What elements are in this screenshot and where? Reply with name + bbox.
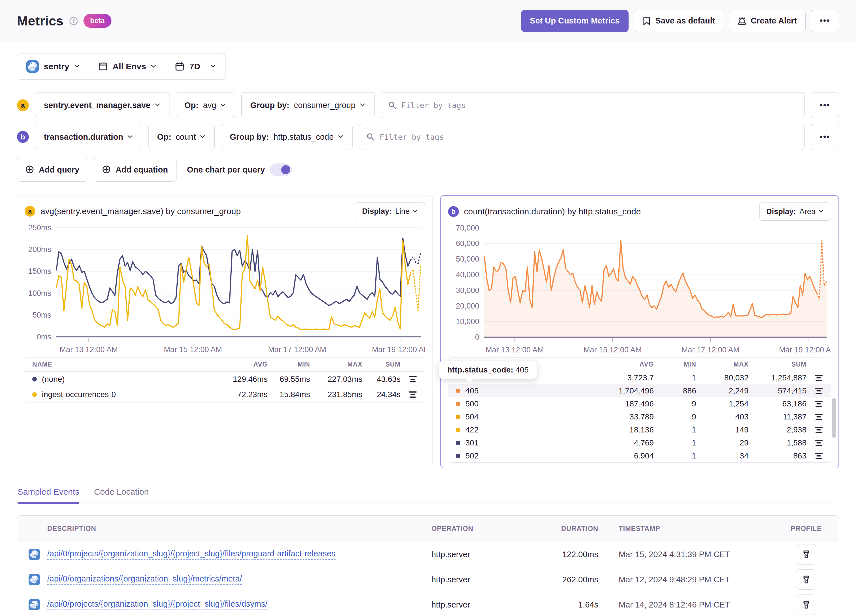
series-row[interactable]: (none) 129.46ms 69.55ms 227.03ms 43.63s: [25, 372, 425, 387]
event-row: /api/0/projects/{organization_slug}/{pro…: [17, 542, 839, 567]
col-sum: SUM: [362, 360, 400, 368]
group-by-select[interactable]: Group by: consumer_group: [241, 92, 374, 118]
svg-text:Mar 19 12:00 AM: Mar 19 12:00 AM: [372, 345, 425, 354]
save-as-default-button[interactable]: Save as default: [634, 10, 724, 32]
python-project-icon: [29, 549, 40, 560]
focus-series-icon[interactable]: [815, 401, 823, 407]
op-select[interactable]: Op: avg: [176, 92, 236, 118]
query-more-button[interactable]: •••: [811, 124, 839, 150]
add-query-button[interactable]: Add query: [17, 158, 88, 182]
col-max: MAX: [310, 360, 362, 368]
tag-filter-field: [359, 124, 805, 150]
series-sum: 574,415: [748, 387, 807, 396]
query-badge-a: a: [17, 99, 29, 111]
focus-series-icon[interactable]: [815, 453, 823, 459]
series-max: 2,249: [696, 387, 748, 396]
calendar-icon: [175, 62, 184, 71]
group-by-select[interactable]: Group by: http.status_code: [221, 124, 353, 150]
focus-series-icon[interactable]: [409, 376, 417, 382]
date-range-selector[interactable]: 7D: [166, 54, 225, 80]
display-type-select[interactable]: Display: Line: [355, 202, 425, 220]
series-row[interactable]: 500 187.496 9 1,254 63,186: [448, 397, 831, 410]
profile-button[interactable]: [796, 594, 816, 615]
focus-series-icon[interactable]: [815, 440, 823, 446]
display-type-select[interactable]: Display: Area: [759, 203, 831, 220]
create-alert-button[interactable]: Create Alert: [729, 10, 806, 32]
svg-text:20,000: 20,000: [456, 302, 479, 310]
ellipsis-icon: •••: [820, 16, 830, 25]
query-more-button[interactable]: •••: [811, 92, 839, 118]
chevron-down-icon: [151, 65, 157, 68]
event-description-link[interactable]: /api/0/organizations/{organization_slug}…: [47, 574, 242, 585]
svg-text:Mar 13 12:00 AM: Mar 13 12:00 AM: [60, 345, 118, 354]
col-profile: PROFILE: [774, 525, 839, 533]
series-row[interactable]: 301 4.769 1 29 1,588: [448, 436, 831, 450]
profile-button[interactable]: [796, 569, 816, 590]
chevron-down-icon: [819, 210, 824, 214]
svg-text:Mar 15 12:00 AM: Mar 15 12:00 AM: [164, 345, 222, 354]
setup-custom-metrics-button[interactable]: Set Up Custom Metrics: [521, 10, 628, 32]
more-options-button[interactable]: •••: [811, 10, 839, 32]
col-operation: OPERATION: [431, 525, 528, 533]
focus-series-icon[interactable]: [815, 388, 823, 394]
svg-text:250ms: 250ms: [28, 223, 51, 232]
event-duration: 262.00ms: [528, 575, 598, 584]
series-avg: 33.789: [577, 412, 654, 421]
svg-text:200ms: 200ms: [28, 245, 51, 254]
series-row[interactable]: 405 1,704.496 886 2,249 574,415: [448, 384, 831, 397]
series-max: 34: [696, 451, 748, 460]
metric-select[interactable]: sentry.event_manager.save: [35, 92, 169, 118]
focus-series-icon[interactable]: [815, 427, 823, 433]
event-operation: http.server: [431, 600, 528, 610]
series-color-dot: [32, 392, 37, 397]
series-color-dot: [456, 414, 460, 419]
add-equation-button[interactable]: Add equation: [94, 158, 177, 182]
svg-text:50ms: 50ms: [32, 311, 51, 319]
series-sum: 11,387: [748, 412, 807, 421]
series-row[interactable]: 504 33.789 9 403 11,387: [448, 410, 831, 424]
series-row[interactable]: ingest-occurrences-0 72.23ms 15.84ms 231…: [25, 387, 425, 402]
col-avg: AVG: [577, 360, 654, 368]
series-row[interactable]: 502 6.904 1 34 863: [448, 450, 831, 462]
chart-card-b[interactable]: b count(transaction.duration) by http.st…: [440, 195, 839, 468]
focus-series-icon[interactable]: [409, 391, 417, 398]
ellipsis-icon: •••: [820, 101, 830, 110]
svg-text:40,000: 40,000: [456, 270, 479, 279]
environment-selector[interactable]: All Envs: [89, 54, 166, 80]
flashlight-icon: [802, 600, 811, 609]
python-project-icon: [26, 60, 39, 73]
series-name: 504: [465, 412, 479, 421]
flashlight-icon: [802, 550, 811, 559]
focus-series-icon[interactable]: [815, 375, 823, 381]
tag-filter-input[interactable]: [380, 132, 797, 142]
series-name: 301: [465, 438, 479, 447]
tab-sampled-events[interactable]: Sampled Events: [17, 487, 79, 503]
charts-row: a avg(sentry.event_manager.save) by cons…: [17, 195, 839, 468]
area-chart: 010,00020,00030,00040,00050,00060,00070,…: [448, 223, 831, 356]
metric-select[interactable]: transaction.duration: [35, 124, 142, 150]
help-icon[interactable]: [69, 17, 78, 25]
page-filter-bar: sentry All Envs 7D: [17, 53, 225, 80]
window-icon: [99, 62, 108, 71]
event-description-link[interactable]: /api/0/projects/{organization_slug}/{pro…: [47, 549, 336, 560]
beta-badge: beta: [83, 14, 111, 28]
focus-series-icon[interactable]: [815, 414, 823, 420]
series-avg: 18.136: [577, 425, 654, 434]
series-avg: 4.769: [577, 438, 654, 447]
op-select[interactable]: Op: count: [148, 124, 215, 150]
series-row[interactable]: 422 18.136 1 149 2,938: [448, 424, 831, 436]
profile-button[interactable]: [796, 544, 816, 565]
event-timestamp: Mar 15, 2024 4:31:39 PM CET: [598, 550, 774, 559]
svg-text:100ms: 100ms: [28, 289, 51, 297]
series-color-dot: [456, 440, 460, 445]
search-icon: [388, 101, 396, 109]
project-selector[interactable]: sentry: [17, 54, 89, 80]
tab-code-location[interactable]: Code Location: [94, 487, 148, 503]
tag-filter-input[interactable]: [402, 101, 797, 110]
table-scrollbar[interactable]: [832, 398, 836, 438]
chart-card-a[interactable]: a avg(sentry.event_manager.save) by cons…: [17, 195, 433, 466]
one-chart-per-query-toggle[interactable]: [270, 163, 292, 176]
chevron-down-icon: [211, 65, 216, 68]
series-max: 403: [696, 412, 748, 421]
event-description-link[interactable]: /api/0/projects/{organization_slug}/{pro…: [47, 599, 268, 610]
